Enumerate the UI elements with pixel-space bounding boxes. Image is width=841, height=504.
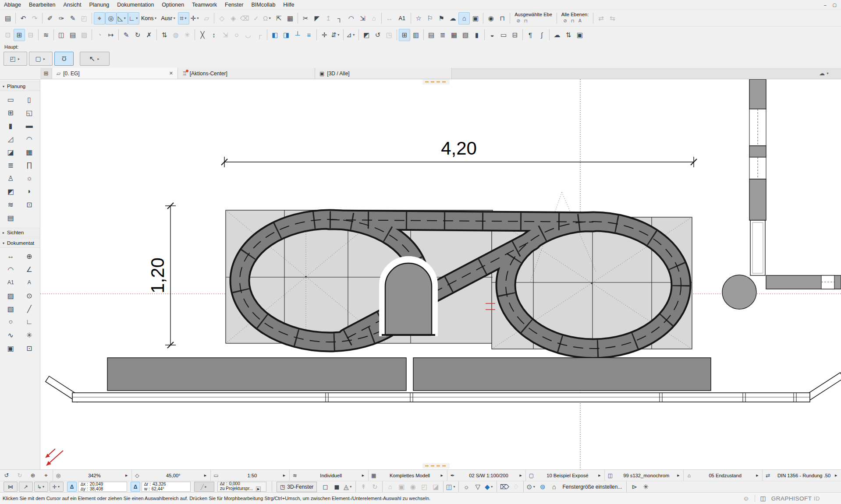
opening-tool[interactable]: ⊡ [22, 199, 37, 210]
grid-axis-icon[interactable]: ↳▾ [34, 482, 48, 492]
annotate-icon[interactable]: ∫ [536, 29, 547, 41]
renovation-filter-segment[interactable]: ◫99 s132_monochrom▶ [604, 470, 683, 481]
selected-layer-lock-icon[interactable]: ⊓ [522, 17, 529, 25]
align-elements-icon[interactable]: ┴ [292, 29, 303, 41]
dimension-tool[interactable]: ↔ [3, 250, 18, 262]
tab-3d[interactable]: ▣ [3D / Alle] [315, 68, 452, 79]
arrow-tool-button[interactable]: ↖ ▸ [80, 52, 110, 66]
marquee-tool-button[interactable]: ◰ ▸ [4, 52, 27, 66]
zoom-next-icon[interactable]: ↻ [15, 471, 25, 480]
drawing-tool[interactable]: ⊡ [22, 342, 37, 354]
grid-window-icon[interactable]: ◨ [280, 29, 292, 41]
teamwork-cloud-icon[interactable]: ☁ [447, 12, 458, 25]
skylight-tool[interactable]: ◪ [3, 146, 18, 158]
filter-funnel-icon[interactable]: ▽ [472, 481, 483, 493]
camera-icon[interactable]: ⊙▾ [525, 481, 537, 493]
coordinate-xy-box[interactable]: ∆x :20,049 ∆y :38,408 [78, 482, 127, 492]
circle-tool[interactable]: ○ [3, 316, 18, 328]
coordinate-z-box[interactable]: ∆z :0,000 zu Projekturspr...▶ [217, 482, 266, 492]
partial-display-icon[interactable]: ◒ [486, 29, 498, 41]
trace-settings-icon[interactable]: ▥ [410, 29, 422, 41]
select-element-icon[interactable]: ⊞ [14, 29, 25, 41]
walk-mode-icon[interactable]: ↟ [358, 481, 369, 493]
hatching-icon[interactable]: ▧ [460, 29, 471, 41]
web-library-icon[interactable]: ◍ [170, 29, 181, 41]
favorites-icon[interactable]: ☆ [413, 12, 424, 25]
tunnel-arch[interactable] [382, 260, 435, 336]
beam-tool[interactable]: ▬ [22, 120, 37, 131]
window-tool[interactable]: ⊞ [3, 107, 18, 118]
zoom-increase-icon[interactable]: ⊕ [28, 471, 38, 480]
optimal-zoom-icon[interactable]: ⌖ [41, 471, 51, 480]
cloud-icon[interactable]: ☁ [819, 70, 825, 77]
cloud-upload-icon[interactable]: ☁ [551, 29, 563, 41]
tab-action-center[interactable]: ♖ [Aktions-Center] [178, 68, 315, 79]
parameter-pickup-icon[interactable]: ✐ [44, 12, 56, 25]
collapse-triangle-icon[interactable]: ▾ [3, 85, 4, 88]
line-tool[interactable]: ╱ [22, 303, 37, 314]
circle-geometry-icon[interactable]: ◎ [105, 12, 117, 25]
copy-multiple-icon[interactable]: ▤ [67, 29, 78, 41]
tab-floorplan[interactable]: ▱ [0. EG] ✕ [52, 68, 178, 79]
delete-doc-icon[interactable]: ✗ [143, 29, 155, 41]
video-camera-icon[interactable]: ⊳ [628, 481, 640, 493]
slope-button[interactable]: ╱ ▸ [194, 482, 214, 492]
renovation-status-menu-arrow[interactable]: ▶ [756, 474, 762, 477]
shell-tool[interactable]: ◠ [22, 133, 37, 145]
library-box-icon[interactable]: ▣ [574, 29, 586, 41]
model-rebuild-icon[interactable]: ↺ [372, 29, 383, 41]
zone-tool[interactable]: ◩ [3, 186, 18, 197]
bench-left[interactable] [107, 358, 406, 391]
pen-set-menu-arrow[interactable]: ▶ [519, 474, 525, 477]
stair-tool[interactable]: ≣ [3, 159, 18, 171]
all-layers-text-icon[interactable]: A [576, 17, 584, 25]
marker-tool[interactable]: ⊙ [22, 290, 37, 301]
parameter-inject-icon[interactable]: ✑ [56, 12, 67, 25]
lamp-tool[interactable]: ☼ [22, 173, 37, 184]
refresh-doc-icon[interactable]: ↻ [132, 29, 143, 41]
graphic-override-menu-arrow[interactable]: ▶ [598, 474, 604, 477]
door-tool[interactable]: ▯ [22, 94, 37, 105]
camera-tripod-icon[interactable]: ◉ [407, 481, 419, 493]
marquee-transfer-icon[interactable]: ◰ [78, 12, 90, 25]
alignment-mode[interactable]: Ausr▾ [160, 12, 178, 25]
user-icon[interactable]: ☺ [743, 495, 749, 502]
chevron-down-icon[interactable]: ▾ [826, 71, 830, 75]
model-view-options-segment[interactable]: ▦Komplettes Modell▶ [368, 470, 447, 481]
view-cube-icon[interactable]: ◼ [331, 481, 342, 493]
window-size-link[interactable]: Fenstergröße einstellen... [562, 484, 622, 490]
menu-bimcollab[interactable]: BIMcollab [247, 0, 279, 10]
weight-icon[interactable]: Ω▾ [262, 12, 273, 25]
menu-teamwork[interactable]: Teamwork [188, 0, 221, 10]
morph-tool[interactable]: ◗ [22, 186, 37, 197]
auto-dimension-icon[interactable]: ⇱ [273, 12, 284, 25]
expand-view-icon[interactable]: ↕ [208, 29, 220, 41]
note-icon[interactable]: ¶ [525, 29, 536, 41]
lasso-icon[interactable]: ◌ [231, 29, 242, 41]
bench-right[interactable] [413, 358, 711, 391]
lock-toggle-icon[interactable]: ⊓ [497, 12, 508, 25]
roof-adjust-icon[interactable]: ⌂ [368, 12, 380, 25]
menu-ansicht[interactable]: Ansicht [59, 0, 85, 10]
camera-settings-icon[interactable]: ⊚ [537, 481, 548, 493]
orbit-mode-icon[interactable]: ↻ [369, 481, 380, 493]
close-icon[interactable]: ✕ [169, 70, 173, 76]
graphisoft-id[interactable]: GRAPHISOFTID [771, 495, 820, 502]
layer-combination-segment[interactable]: ≋Individuell▶ [289, 470, 368, 481]
zoom-previous-icon[interactable]: ↺ [2, 471, 11, 480]
dimension-standard-menu-arrow[interactable]: ▶ [835, 474, 841, 477]
zoom-level-menu-arrow[interactable]: ▶ [125, 474, 131, 477]
menu-dokumentation[interactable]: Dokumentation [113, 0, 158, 10]
level-dimension-tool[interactable]: ⊕ [22, 250, 37, 262]
angle-dimension-tool[interactable]: ∠ [22, 264, 37, 275]
construction-mode[interactable]: Kons▾ [139, 12, 160, 25]
figure-tool[interactable]: ▣ [3, 342, 18, 354]
delta-x-chip[interactable]: Δ [67, 482, 77, 492]
minimize-icon[interactable]: – [824, 3, 827, 7]
explode-box-icon[interactable]: ◰ [419, 481, 430, 493]
arc-tool-icon[interactable]: ◡ [242, 29, 254, 41]
orientation-menu-arrow[interactable]: ▶ [204, 474, 210, 477]
fill-tool[interactable]: ▨ [3, 290, 18, 301]
column-tool[interactable]: ▮ [3, 120, 18, 131]
orientation-segment[interactable]: ◇45,00°▶ [131, 470, 210, 481]
